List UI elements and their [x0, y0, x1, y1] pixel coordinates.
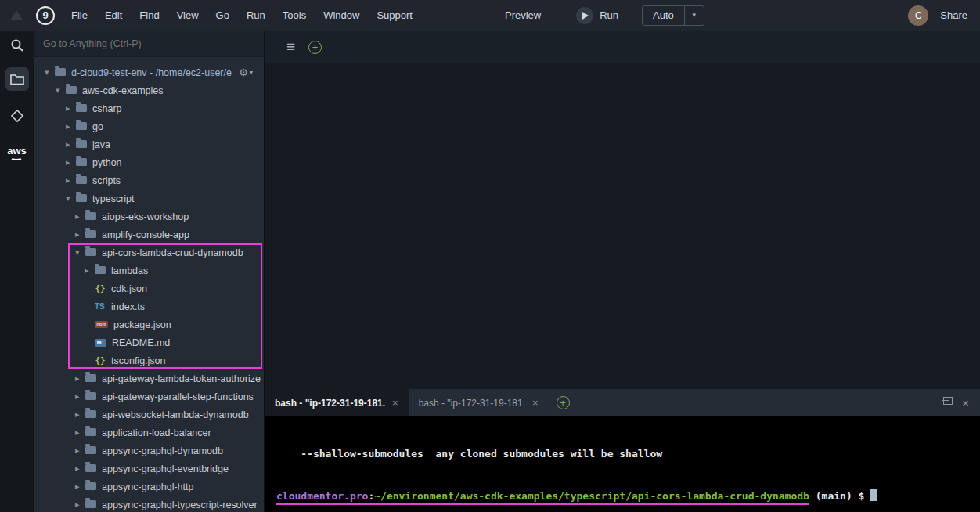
tree-item[interactable]: java — [34, 135, 264, 153]
tree-item[interactable]: appsync-graphql-http — [34, 478, 264, 496]
tab-list-menu-icon[interactable] — [286, 38, 295, 56]
tree-item-label: package.json — [113, 319, 171, 330]
chevron-right-icon[interactable] — [75, 446, 85, 455]
close-panel-icon[interactable] — [962, 397, 969, 409]
tree-item-label: csharp — [92, 103, 122, 114]
tree-item-root[interactable]: d-cloud9-test-env - /home/ec2-user/e — [34, 63, 264, 81]
new-tab-plus-icon[interactable] — [308, 41, 322, 54]
menu-find[interactable]: Find — [131, 9, 168, 21]
tree-item[interactable]: index.ts — [34, 297, 264, 315]
settings-gear-icon[interactable] — [239, 63, 253, 81]
run-button[interactable]: Run — [576, 7, 618, 24]
tree-item[interactable]: typescript — [34, 189, 264, 207]
folder-icon — [85, 428, 96, 436]
file-tree-panel: d-cloud9-test-env - /home/ec2-user/e aws… — [34, 31, 264, 512]
chevron-down-icon[interactable] — [56, 86, 66, 95]
activity-bar: aws — [0, 31, 34, 512]
chevron-right-icon[interactable] — [75, 464, 85, 473]
tree-item-label: scripts — [92, 175, 121, 186]
chevron-down-icon[interactable] — [75, 248, 85, 257]
menu-support[interactable]: Support — [368, 9, 421, 21]
maximize-panel-icon[interactable] — [942, 400, 949, 406]
editor-tab-strip — [265, 31, 980, 63]
tree-item[interactable]: csharp — [34, 99, 264, 117]
menu-run[interactable]: Run — [238, 9, 274, 21]
close-icon[interactable] — [532, 397, 539, 409]
tree-item[interactable]: README.md — [34, 334, 264, 352]
tree-item[interactable]: cdk.json — [34, 279, 264, 297]
menu-go[interactable]: Go — [207, 9, 238, 21]
chevron-right-icon[interactable] — [75, 392, 85, 401]
folder-icon — [55, 68, 66, 76]
chevron-right-icon[interactable] — [75, 410, 85, 419]
folder-icon — [85, 464, 96, 472]
tree-item[interactable]: scripts — [34, 171, 264, 189]
tree-item[interactable]: application-load-balancer — [34, 424, 264, 442]
tree-item[interactable]: tsconfig.json — [34, 352, 264, 370]
tree-item[interactable]: api-gateway-parallel-step-functions — [34, 388, 264, 406]
aws-smile-icon — [10, 155, 23, 160]
terminal-cursor — [870, 489, 877, 501]
editor-empty-area[interactable] — [265, 63, 980, 389]
folder-icon — [85, 446, 96, 454]
search-icon[interactable] — [10, 38, 24, 56]
terminal-window-icons — [942, 397, 980, 409]
terminal-line: --shallow-submodules any cloned submodul… — [276, 447, 980, 461]
new-terminal-plus-icon[interactable] — [557, 396, 570, 409]
menu-view[interactable]: View — [168, 9, 207, 21]
tree-item[interactable]: amplify-console-app — [34, 225, 264, 243]
tree-item[interactable]: python — [34, 153, 264, 171]
chevron-down-icon[interactable] — [66, 194, 76, 203]
chevron-right-icon[interactable] — [75, 374, 85, 383]
terminal-tab-label: bash - "ip-172-31-19-181. — [419, 398, 525, 409]
tree-item[interactable]: aiops-eks-workshop — [34, 207, 264, 225]
user-avatar[interactable]: C — [908, 5, 928, 26]
tree-item[interactable]: api-cors-lambda-crud-dynamodb — [34, 243, 264, 261]
tree-item[interactable]: api-gateway-lambda-token-authorize — [34, 370, 264, 388]
cloud9-logo-icon[interactable]: 9 — [36, 6, 55, 25]
chevron-right-icon[interactable] — [66, 104, 76, 113]
tree-item[interactable]: appsync-graphql-eventbridge — [34, 460, 264, 478]
collapse-triangle-icon[interactable] — [10, 10, 23, 20]
preview-button[interactable]: Preview — [496, 9, 549, 21]
tree-item[interactable]: package.json — [34, 315, 264, 334]
npm-file-icon — [95, 321, 108, 328]
chevron-right-icon[interactable] — [66, 122, 76, 131]
tree-item[interactable]: lambdas — [34, 261, 264, 279]
folder-icon — [76, 140, 87, 148]
chevron-down-icon[interactable] — [45, 68, 55, 77]
terminal-tab-active[interactable]: bash - "ip-172-31-19-181. — [265, 389, 409, 416]
chevron-down-icon[interactable] — [684, 6, 704, 25]
aws-logo-icon[interactable]: aws — [7, 146, 27, 160]
chevron-right-icon[interactable] — [75, 230, 85, 239]
menu-tools[interactable]: Tools — [274, 9, 315, 21]
tree-item[interactable]: aws-cdk-examples — [34, 81, 264, 99]
share-button[interactable]: Share — [940, 9, 967, 21]
source-control-icon[interactable] — [9, 108, 25, 127]
folder-icon — [85, 374, 96, 382]
chevron-right-icon[interactable] — [75, 212, 85, 221]
tree-item[interactable]: appsync-graphql-dynamodb — [34, 442, 264, 460]
menu-window[interactable]: Window — [315, 9, 368, 21]
tree-item[interactable]: go — [34, 117, 264, 135]
menu-file[interactable]: File — [63, 9, 96, 21]
auto-dropdown[interactable]: Auto — [642, 5, 704, 26]
chevron-right-icon[interactable] — [85, 266, 95, 275]
chevron-right-icon[interactable] — [66, 176, 76, 185]
folder-icon — [76, 122, 87, 130]
close-icon[interactable] — [392, 397, 398, 409]
chevron-right-icon[interactable] — [66, 158, 76, 167]
chevron-right-icon[interactable] — [75, 500, 85, 509]
terminal-tab-inactive[interactable]: bash - "ip-172-31-19-181. — [409, 389, 549, 416]
menu-edit[interactable]: Edit — [96, 9, 131, 21]
tree-item[interactable]: appsync-graphql-typescript-resolver — [34, 496, 264, 512]
tree-item-label: lambdas — [111, 265, 148, 276]
terminal-output[interactable]: --shallow-submodules any cloned submodul… — [265, 416, 980, 512]
chevron-right-icon[interactable] — [75, 482, 85, 491]
terminal-panel: bash - "ip-172-31-19-181. bash - "ip-172… — [264, 389, 980, 512]
tree-item[interactable]: api-websocket-lambda-dynamodb — [34, 406, 264, 424]
goto-anything-input[interactable] — [34, 31, 264, 57]
chevron-right-icon[interactable] — [66, 140, 76, 149]
chevron-right-icon[interactable] — [75, 428, 85, 437]
files-panel-icon[interactable] — [5, 67, 29, 91]
